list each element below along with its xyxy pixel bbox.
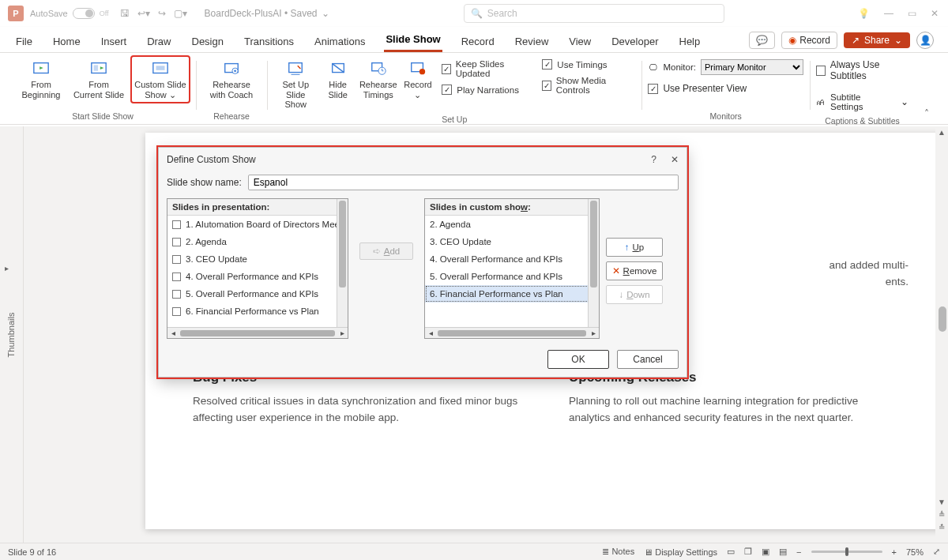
redo-icon[interactable]: ↪ xyxy=(158,8,166,19)
slideshow-view-icon[interactable]: ▤ xyxy=(779,547,787,557)
checkbox-icon[interactable] xyxy=(172,220,181,229)
tab-transitions[interactable]: Transitions xyxy=(243,31,295,52)
use-timings-checkbox[interactable]: ✓Use Timings xyxy=(542,59,630,70)
custom-slide-show-button[interactable]: Custom Slide Show ⌄ xyxy=(131,56,190,103)
rehearse-with-coach-button[interactable]: Rehearse with Coach xyxy=(202,56,261,103)
record-dropdown-button[interactable]: Record⌄ xyxy=(402,56,434,103)
checkbox-icon[interactable] xyxy=(172,272,181,281)
setup-slide-show-button[interactable]: Set Up Slide Show xyxy=(273,56,318,113)
share-button[interactable]: ↗Share⌄ xyxy=(844,32,910,48)
list-item[interactable]: 6. Financial Performance vs Plan xyxy=(167,303,348,320)
undo-icon[interactable]: ↩▾ xyxy=(137,8,150,19)
list-item[interactable]: 2. Agenda xyxy=(425,216,599,233)
slides-in-presentation-list[interactable]: Slides in presentation: 1. AIutomation B… xyxy=(167,198,348,339)
slides-in-custom-show-list[interactable]: Slides in custom show: 2. Agenda 3. CEO … xyxy=(424,198,600,339)
next-slide-icon[interactable]: ≛ xyxy=(937,523,946,532)
list-item[interactable]: 4. Overall Performance and KPIs xyxy=(167,268,348,285)
scroll-thumb[interactable] xyxy=(939,306,946,332)
tab-review[interactable]: Review xyxy=(514,31,551,52)
close-icon[interactable]: ✕ xyxy=(931,8,939,19)
notes-button[interactable]: ≣ Notes xyxy=(602,547,634,557)
from-beginning-button[interactable]: From Beginning xyxy=(16,56,66,103)
list-item[interactable]: 5. Overall Performance and KPIs xyxy=(167,285,348,303)
subtitle-settings-button[interactable]: 🗚 Subtitle Settings ⌄ xyxy=(816,89,908,115)
slide-show-name-input[interactable] xyxy=(248,175,679,190)
tab-insert[interactable]: Insert xyxy=(100,31,129,52)
rehearse-timings-button[interactable]: Rehearse Timings xyxy=(358,56,399,103)
save-icon[interactable]: 🖫 xyxy=(120,8,130,19)
list-item[interactable]: 1. AIutomation Board of Directors Meetin… xyxy=(167,216,348,233)
thumbnails-expand-icon[interactable]: ▸ xyxy=(5,264,9,272)
list-item-selected[interactable]: 6. Financial Performance vs Plan xyxy=(425,285,599,303)
monitor-select[interactable]: Primary Monitor xyxy=(701,59,803,75)
zoom-in-button[interactable]: + xyxy=(892,547,897,557)
tab-file[interactable]: File xyxy=(14,31,34,52)
tab-slideshow[interactable]: Slide Show xyxy=(384,28,442,52)
checkbox-icon[interactable] xyxy=(172,307,181,316)
comments-button[interactable]: 💬 xyxy=(749,32,775,49)
scroll-left-icon[interactable]: ◂ xyxy=(425,329,436,337)
list-item[interactable]: 5. Overall Performance and KPIs xyxy=(425,268,599,285)
list-vscrollbar[interactable] xyxy=(588,199,599,327)
prev-slide-icon[interactable]: ≜ xyxy=(937,510,946,519)
autosave-toggle[interactable]: AutoSave Off xyxy=(30,8,109,19)
list-item[interactable]: 4. Overall Performance and KPIs xyxy=(425,250,599,268)
use-presenter-view-checkbox[interactable]: ✓Use Presenter View xyxy=(648,83,747,94)
scroll-left-icon[interactable]: ◂ xyxy=(167,329,179,337)
list-item[interactable]: 3. CEO Update xyxy=(425,233,599,250)
scroll-down-icon[interactable]: ▼ xyxy=(937,498,946,506)
checkbox-icon[interactable] xyxy=(172,290,181,299)
always-use-subtitles-checkbox[interactable]: Always Use Subtitles xyxy=(816,59,908,81)
tab-view[interactable]: View xyxy=(567,31,592,52)
record-button[interactable]: ◉Record xyxy=(781,32,837,49)
help-icon[interactable]: ? xyxy=(651,154,656,165)
checkbox-icon[interactable] xyxy=(172,255,181,264)
normal-view-icon[interactable]: ▭ xyxy=(727,547,735,557)
close-icon[interactable]: ✕ xyxy=(671,154,679,165)
remove-button[interactable]: ✕ RemoveRemove xyxy=(606,261,663,280)
search-input[interactable]: 🔍 Search xyxy=(464,4,724,23)
from-beginning-qat-icon[interactable]: ▢▾ xyxy=(174,8,187,19)
keep-slides-updated-checkbox[interactable]: ✓Keep Slides Updated xyxy=(442,59,529,78)
cancel-button[interactable]: Cancel xyxy=(617,350,679,369)
tab-draw[interactable]: Draw xyxy=(145,31,172,52)
account-button[interactable]: 👤 xyxy=(916,32,934,49)
list-hscrollbar[interactable]: ◂▸ xyxy=(425,327,599,338)
zoom-level[interactable]: 75% xyxy=(906,547,924,557)
up-button[interactable]: ↑ UpUp xyxy=(606,238,663,257)
scroll-right-icon[interactable]: ▸ xyxy=(337,329,348,337)
checkbox-icon[interactable] xyxy=(172,238,181,246)
tab-home[interactable]: Home xyxy=(51,31,82,52)
tab-developer[interactable]: Developer xyxy=(610,31,660,52)
ribbon-collapse-button[interactable]: ˄ xyxy=(915,103,939,124)
zoom-slider[interactable] xyxy=(811,551,882,553)
play-narrations-checkbox[interactable]: ✓Play Narrations xyxy=(442,85,529,95)
show-media-controls-checkbox[interactable]: ✓Show Media Controls xyxy=(542,76,630,95)
list-hscrollbar[interactable]: ◂▸ xyxy=(167,327,348,338)
list-item[interactable]: 2. Agenda xyxy=(167,233,348,250)
list-vscrollbar[interactable] xyxy=(337,199,348,327)
ok-button[interactable]: OK xyxy=(547,350,609,369)
from-current-slide-button[interactable]: From Current Slide xyxy=(70,56,128,103)
scroll-thumb[interactable] xyxy=(339,201,346,288)
tab-design[interactable]: Design xyxy=(190,31,225,52)
tab-record[interactable]: Record xyxy=(460,31,496,52)
scroll-up-icon[interactable]: ▲ xyxy=(937,128,946,137)
toggle-icon[interactable] xyxy=(73,8,95,19)
fit-to-window-icon[interactable]: ⤢ xyxy=(933,547,940,557)
tab-help[interactable]: Help xyxy=(678,31,702,52)
maximize-icon[interactable]: ▭ xyxy=(908,8,916,19)
vertical-scrollbar[interactable]: ▲ ▼ ≜ ≛ xyxy=(935,126,948,543)
tab-animations[interactable]: Animations xyxy=(313,31,367,52)
lightbulb-icon[interactable]: 💡 xyxy=(858,8,870,19)
slide-sorter-view-icon[interactable]: ❐ xyxy=(744,547,752,557)
document-title[interactable]: BoardDeck-PlusAI • Saved ⌄ xyxy=(205,8,330,19)
scroll-thumb[interactable] xyxy=(590,201,597,288)
hide-slide-button[interactable]: Hide Slide xyxy=(321,56,354,103)
minimize-icon[interactable]: — xyxy=(884,8,893,19)
list-item[interactable]: 3. CEO Update xyxy=(167,250,348,268)
scroll-thumb[interactable] xyxy=(438,330,586,336)
scroll-right-icon[interactable]: ▸ xyxy=(588,329,599,337)
thumbnails-pane-collapsed[interactable]: Thumbnails xyxy=(0,126,24,543)
reading-view-icon[interactable]: ▣ xyxy=(762,547,769,557)
